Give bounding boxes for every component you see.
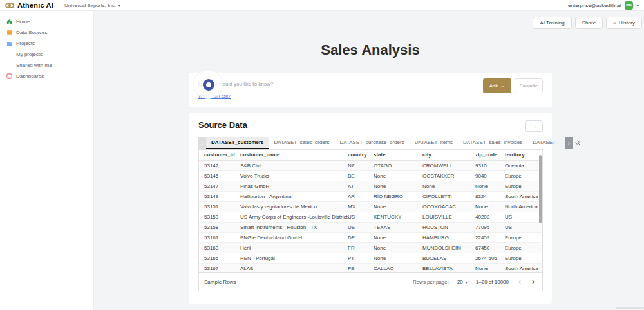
favorite-button[interactable]: Favorite bbox=[515, 78, 543, 93]
table-cell: FR bbox=[348, 242, 374, 253]
athenic-logo-icon bbox=[5, 3, 14, 8]
table-cell: AR bbox=[348, 191, 374, 201]
table-cell: US Army Corps of Engineers -Louisville D… bbox=[240, 212, 348, 222]
table-cell: 9040 bbox=[475, 170, 505, 181]
tab-dataset-sales-invoices[interactable]: DATASET_sales_invoices bbox=[458, 137, 527, 149]
org-switcher[interactable]: Universal Exports, Inc. ▾ bbox=[64, 3, 120, 8]
table-cell: None bbox=[374, 170, 422, 181]
table-footer: Sample Rows Rows per page: 20 ▾ 1–20 of … bbox=[199, 272, 542, 291]
table-row[interactable]: 53142S&B CivilNZOTAGOCROMWELL9310Oceania bbox=[199, 160, 542, 170]
column-header-state: state bbox=[374, 150, 422, 160]
table-cell: Herli bbox=[240, 242, 348, 253]
table-cell: None bbox=[422, 181, 475, 191]
table-cell: None bbox=[475, 201, 505, 212]
table-cell: OCOYOACAC bbox=[422, 201, 475, 212]
brand-name: Athenic AI bbox=[17, 1, 53, 9]
ask-button[interactable]: Ask → bbox=[483, 78, 511, 93]
tabs-scroll-left-button[interactable]: ‹ bbox=[198, 137, 206, 149]
table-row[interactable]: 53165REN - PortugalPTNoneBUCELAS2674-505… bbox=[199, 253, 542, 263]
sidebar-item-home[interactable]: Home bbox=[0, 16, 93, 27]
previous-page-button[interactable]: ‹ bbox=[517, 278, 522, 286]
table-row[interactable]: 53151Valvulas y reguladores de MexicoMXN… bbox=[199, 201, 542, 212]
table-cell: OTAGO bbox=[374, 160, 422, 170]
table-cell: 40202 bbox=[475, 212, 505, 222]
chevron-right-icon: › bbox=[532, 277, 535, 286]
table-row[interactable]: 53158Smart Instruments - Houston - TXUST… bbox=[199, 222, 542, 232]
table-cell: None bbox=[374, 181, 422, 191]
table-row[interactable]: 53161ENGIe Deutschland GmbHDENoneHAMBURG… bbox=[199, 232, 542, 242]
table-row[interactable]: 53145Volvo TrucksBENoneOOSTAKKER9040Euro… bbox=[199, 170, 542, 181]
source-data-title: Source Data bbox=[198, 120, 247, 130]
arrow-right-icon: → bbox=[500, 83, 505, 89]
table-cell: 53158 bbox=[199, 222, 240, 232]
table-cell: US bbox=[348, 222, 374, 232]
sidebar-item-data-sources[interactable]: Data Sources bbox=[0, 27, 93, 38]
column-header-country: country bbox=[348, 150, 374, 160]
sidebar-item-shared-with-me[interactable]: Shared with me bbox=[0, 60, 93, 71]
table-cell: BUCELAS bbox=[422, 253, 475, 263]
table-search-icon[interactable] bbox=[573, 137, 583, 149]
rows-per-page-select[interactable]: 20 ▾ bbox=[457, 279, 468, 285]
ask-input[interactable] bbox=[205, 78, 480, 89]
sidebar-item-dashboards[interactable]: Dashboards bbox=[0, 71, 93, 82]
divider bbox=[59, 2, 59, 8]
top-bar: Athenic AI Universal Exports, Inc. ▾ ent… bbox=[0, 0, 644, 11]
table-cell: 8324 bbox=[475, 191, 505, 201]
what-can-i-ask-link[interactable]: What can I ask? bbox=[198, 94, 231, 98]
table-cell: None bbox=[475, 181, 505, 191]
column-header-territory: territory bbox=[505, 150, 542, 160]
page-horizontal-scrollbar[interactable] bbox=[616, 307, 644, 309]
table-cell: Europe bbox=[505, 242, 542, 253]
dashboard-icon bbox=[6, 73, 12, 79]
history-button[interactable]: « History bbox=[606, 17, 642, 29]
caret-down-icon: ▾ bbox=[466, 280, 468, 284]
table-cell: South America bbox=[505, 191, 542, 201]
account-menu[interactable]: enterprise@askedith.ai EN ▾ bbox=[568, 1, 639, 10]
sample-rows-label: Sample Rows bbox=[204, 279, 236, 285]
table-row[interactable]: 53163HerliFRNoneMUNDOLSHEIM67450Europe bbox=[199, 242, 542, 253]
table-cell: AT bbox=[348, 181, 374, 191]
folder-icon bbox=[6, 41, 12, 46]
account-email: enterprise@askedith.ai bbox=[568, 3, 621, 8]
table-cell: PT bbox=[348, 253, 374, 263]
sidebar-item-projects[interactable]: Projects bbox=[0, 38, 93, 49]
table-cell: TEXAS bbox=[374, 222, 422, 232]
share-label: Share bbox=[582, 20, 596, 26]
table-cell: Halliburton - Argentina bbox=[240, 191, 348, 201]
chevron-down-icon: ▾ bbox=[118, 3, 120, 8]
share-button[interactable]: Share bbox=[575, 17, 603, 29]
table-cell: Pinas GmbH bbox=[240, 181, 348, 191]
table-cell: OOSTAKKER bbox=[422, 170, 475, 181]
table-cell: S&B Civil bbox=[240, 160, 348, 170]
avatar[interactable]: EN bbox=[625, 1, 633, 10]
tab-dataset-items[interactable]: DATASET_items bbox=[410, 137, 458, 149]
data-table: customer_idcustomer_namecountrystatecity… bbox=[199, 150, 542, 274]
open-source-data-button[interactable]: → bbox=[525, 120, 543, 132]
sidebar-item-label: Dashboards bbox=[16, 73, 44, 79]
content-column: Sales Analysis Ask → Favorite What can I… bbox=[189, 11, 552, 59]
tab-dataset-purchase-orders[interactable]: DATASET_purchase_orders bbox=[334, 137, 409, 149]
table-cell: RÍO NEGRO bbox=[374, 191, 422, 201]
next-page-button[interactable]: › bbox=[531, 278, 536, 286]
column-header-zip_code: zip_code bbox=[475, 150, 505, 160]
table-vertical-scrollbar[interactable] bbox=[539, 155, 542, 223]
history-label: History bbox=[619, 20, 635, 26]
table-row[interactable]: 53153US Army Corps of Engineers -Louisvi… bbox=[199, 212, 542, 222]
org-name: Universal Exports, Inc. bbox=[64, 3, 116, 8]
tab-dataset-customers[interactable]: DATASET_customers bbox=[206, 137, 269, 149]
table-cell: US bbox=[505, 212, 542, 222]
search-icon bbox=[198, 81, 204, 87]
table-row[interactable]: 53147Pinas GmbHATNoneNoneNoneEurope bbox=[199, 181, 542, 191]
tabs-scroll-right-button[interactable]: › bbox=[565, 137, 573, 149]
table-cell: MUNDOLSHEIM bbox=[422, 242, 475, 253]
pagination-controls: Rows per page: 20 ▾ 1–20 of 10000 ‹ › bbox=[413, 278, 536, 286]
table-cell: Europe bbox=[505, 170, 542, 181]
home-icon bbox=[6, 19, 12, 24]
table-row[interactable]: 53149Halliburton - ArgentinaARRÍO NEGROC… bbox=[199, 191, 542, 201]
tab-dataset[interactable]: DATASET_ bbox=[527, 137, 564, 149]
table-cell: Oceania bbox=[505, 160, 542, 170]
chevron-down-icon[interactable]: ▾ bbox=[637, 3, 639, 8]
tab-dataset-sales-orders[interactable]: DATASET_sales_orders bbox=[269, 137, 335, 149]
sidebar-item-my-projects[interactable]: My projects bbox=[0, 49, 93, 60]
brand: Athenic AI Universal Exports, Inc. ▾ bbox=[5, 1, 120, 9]
